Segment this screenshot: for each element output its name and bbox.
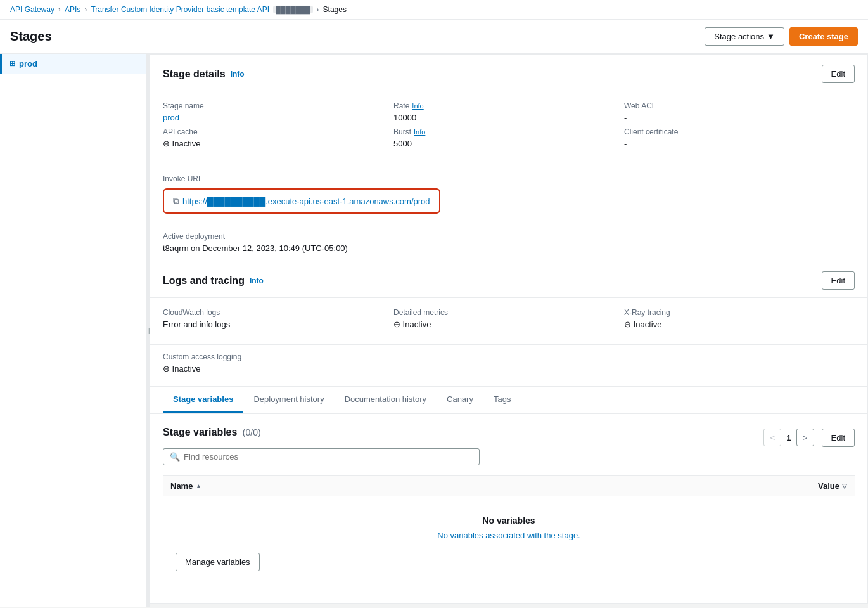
burst-item: Burst Info 5000 (393, 127, 624, 153)
logs-edit-button[interactable]: Edit (822, 271, 855, 290)
stage-details-card: Stage details Info Edit Stage name prod … (150, 54, 868, 261)
breadcrumb-api-id: ███████ (273, 6, 313, 13)
stage-details-info-link[interactable]: Info (231, 70, 245, 79)
active-deployment-section: Active deployment t8aqrm on December 12,… (150, 224, 867, 261)
search-icon: 🔍 (170, 452, 180, 462)
active-deployment-value: t8aqrm on December 12, 2023, 10:49 (UTC-… (163, 243, 855, 253)
stage-vars-count: (0/0) (243, 427, 261, 437)
detailed-metrics-label: Detailed metrics (393, 308, 624, 317)
stage-vars-title: Stage variables (0/0) (163, 427, 261, 438)
header-actions: Stage actions ▼ Create stage (705, 27, 858, 46)
tab-documentation-history[interactable]: Documentation history (335, 387, 437, 413)
logs-info-link[interactable]: Info (250, 276, 264, 285)
rate-info-link[interactable]: Info (412, 102, 423, 110)
rate-item: Rate Info 10000 (393, 101, 624, 127)
pagination-next-button[interactable]: > (796, 429, 814, 446)
breadcrumb-sep-2: › (84, 5, 87, 14)
breadcrumb-api-gateway[interactable]: API Gateway (10, 5, 54, 14)
dropdown-icon: ▼ (767, 32, 775, 41)
invoke-url-text: https://██████████.execute-api.us-east-1… (182, 197, 430, 206)
tab-canary[interactable]: Canary (437, 387, 483, 413)
stage-details-header: Stage details Info Edit (150, 55, 867, 91)
pagination-current-page: 1 (786, 433, 791, 443)
stage-actions-label: Stage actions (714, 32, 764, 41)
manage-variables-button[interactable]: Manage variables (176, 553, 260, 571)
burst-info-link[interactable]: Info (414, 128, 425, 136)
stage-vars-edit-button[interactable]: Edit (822, 429, 855, 447)
web-acl-item: Web ACL - (624, 101, 855, 127)
web-acl-label: Web ACL (624, 101, 855, 110)
breadcrumb-sep-1: › (58, 5, 61, 14)
stage-name-item: Stage name prod (163, 101, 393, 127)
stage-name-value: prod (163, 113, 393, 122)
next-icon: > (803, 433, 808, 443)
logs-tracing-header: Logs and tracing Info Edit (150, 261, 867, 298)
pagination-prev-button[interactable]: < (763, 429, 781, 446)
custom-logging-label: Custom access logging (163, 353, 393, 361)
copy-icon[interactable]: ⧉ (173, 196, 179, 206)
breadcrumb-api-name[interactable]: Transfer Custom Identity Provider basic … (91, 5, 269, 14)
invoke-url-label: Invoke URL (163, 174, 855, 183)
rate-value: 10000 (393, 113, 624, 122)
content-area: Stage details Info Edit Stage name prod … (150, 54, 868, 607)
xray-label: X-Ray tracing (624, 308, 855, 317)
stage-vars-header-row: Stage variables (0/0) < 1 > Edit (163, 427, 855, 448)
active-deployment-label: Active deployment (163, 232, 855, 241)
rate-label: Rate Info (393, 101, 624, 110)
api-cache-value: ⊖ Inactive (163, 139, 393, 148)
logs-tracing-card: Logs and tracing Info Edit CloudWatch lo… (150, 261, 868, 387)
api-cache-label: API cache (163, 127, 393, 136)
api-cache-item: API cache ⊖ Inactive (163, 127, 393, 153)
breadcrumb-current: Stages (323, 5, 347, 14)
stage-details-edit-button[interactable]: Edit (822, 65, 855, 83)
cloudwatch-label: CloudWatch logs (163, 308, 393, 317)
logs-grid: CloudWatch logs Error and info logs Deta… (150, 298, 867, 345)
client-cert-value: - (624, 139, 855, 148)
custom-logging-value: ⊖ Inactive (163, 364, 393, 373)
stage-actions-button[interactable]: Stage actions ▼ (705, 27, 784, 46)
search-box: 🔍 (163, 448, 480, 465)
breadcrumb-apis[interactable]: APIs (65, 5, 80, 14)
page-title: Stages (10, 29, 52, 44)
tab-deployment-history[interactable]: Deployment history (243, 387, 334, 413)
sidebar: ⊞ prod (0, 54, 147, 607)
stage-name-label: Stage name (163, 101, 393, 110)
client-cert-item: Client certificate - (624, 127, 855, 153)
expand-icon: ⊞ (10, 60, 15, 68)
search-input[interactable] (184, 452, 473, 462)
tabs: Stage variables Deployment history Docum… (163, 387, 855, 413)
logs-grid2: Custom access logging ⊖ Inactive (150, 345, 867, 386)
table-header: Name ▲ Value ▽ (163, 475, 855, 496)
tab-stage-variables[interactable]: Stage variables (163, 387, 243, 413)
create-stage-button[interactable]: Create stage (789, 27, 858, 46)
name-column-header[interactable]: Name ▲ (170, 481, 509, 491)
sidebar-item-prod[interactable]: ⊞ prod (0, 54, 146, 74)
pagination: < 1 > (763, 429, 814, 446)
empty-state: No variables No variables associated wit… (163, 496, 855, 590)
detailed-metrics-value: ⊖ Inactive (393, 320, 624, 329)
xray-item: X-Ray tracing ⊖ Inactive (624, 308, 855, 334)
cloudwatch-item: CloudWatch logs Error and info logs (163, 308, 393, 334)
logs-tracing-title: Logs and tracing Info (163, 275, 264, 287)
value-column-header[interactable]: Value ▽ (509, 481, 847, 491)
stage-vars-title-text: Stage variables (163, 427, 237, 437)
xray-value: ⊖ Inactive (624, 320, 855, 329)
invoke-url-section: Invoke URL ⧉ https://██████████.execute-… (150, 164, 867, 224)
sidebar-item-label: prod (19, 59, 37, 68)
tab-tags[interactable]: Tags (483, 387, 521, 413)
empty-description: No variables associated with the stage. (176, 531, 842, 540)
tabs-container: Stage variables Deployment history Docum… (150, 387, 868, 414)
value-sort-icon: ▽ (842, 482, 847, 489)
name-sort-icon: ▲ (195, 482, 201, 489)
burst-value: 5000 (393, 139, 624, 148)
page-header: Stages Stage actions ▼ Create stage (0, 20, 868, 54)
cloudwatch-value: Error and info logs (163, 320, 393, 329)
breadcrumb: API Gateway › APIs › Transfer Custom Ide… (0, 0, 868, 20)
client-cert-label: Client certificate (624, 127, 855, 136)
custom-logging-item: Custom access logging ⊖ Inactive (163, 353, 393, 378)
detailed-metrics-item: Detailed metrics ⊖ Inactive (393, 308, 624, 334)
web-acl-value: - (624, 113, 855, 122)
prev-icon: < (770, 433, 775, 443)
main-layout: ⊞ prod Stage details Info Edit Stage nam… (0, 54, 868, 607)
burst-label: Burst Info (393, 127, 624, 136)
